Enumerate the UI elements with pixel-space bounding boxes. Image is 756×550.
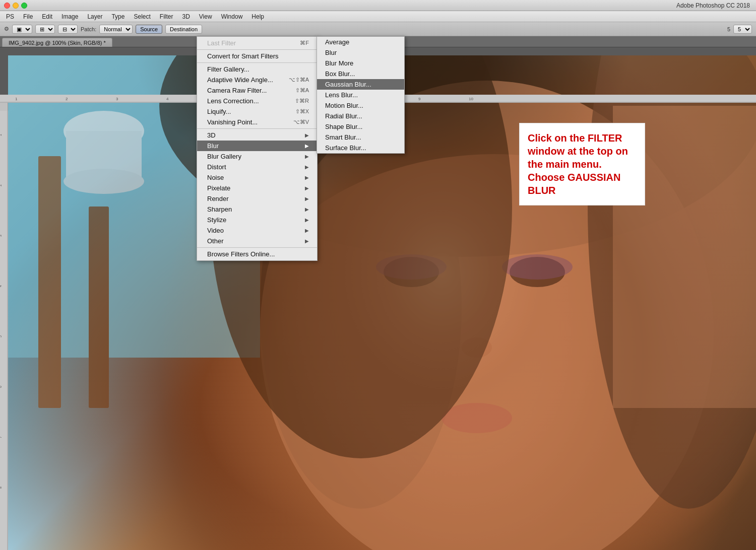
last-filter-label: Last Filter (207, 39, 236, 47)
other-item[interactable]: Other ▶ (197, 236, 317, 246)
tool-select3[interactable]: ⊟ (58, 25, 78, 34)
menubar-item-view[interactable]: View (195, 12, 216, 21)
surface-blur-item[interactable]: Surface Blur... (317, 143, 404, 153)
svg-text:7: 7 (0, 436, 2, 438)
filter-menu-section-2: Convert for Smart Filters (197, 50, 317, 63)
ruler-vertical: 1 2 3 4 5 6 7 8 (0, 103, 8, 550)
3d-item[interactable]: 3D ▶ (197, 130, 317, 141)
liquify-item[interactable]: Liquify... ⇧⌘X (197, 106, 317, 117)
menubar-item-layer[interactable]: Layer (83, 12, 106, 21)
motion-blur-item[interactable]: Motion Blur... (317, 100, 404, 111)
average-item[interactable]: Average (317, 37, 404, 47)
menubar-item-edit[interactable]: Edit (38, 12, 56, 21)
blur-item[interactable]: Blur ▶ (197, 141, 317, 151)
box-blur-item[interactable]: Box Blur... (317, 68, 404, 79)
render-label: Render (207, 195, 229, 202)
radial-blur-label: Radial Blur... (325, 112, 362, 120)
other-label: Other (207, 237, 224, 245)
last-filter-item[interactable]: Last Filter ⌘F (197, 38, 317, 48)
menubar-item-3d[interactable]: 3D (178, 12, 194, 21)
title-bar: Adobe Photoshop CC 2018 (0, 0, 756, 11)
menubar-item-help[interactable]: Help (247, 12, 268, 21)
filter-menu-section-5: Browse Filters Online... (197, 248, 317, 260)
distort-item[interactable]: Distort ▶ (197, 162, 317, 172)
pixelate-arrow-icon: ▶ (305, 185, 309, 191)
stylize-item[interactable]: Stylize ▶ (197, 215, 317, 225)
sharpen-item[interactable]: Sharpen ▶ (197, 204, 317, 215)
patch-mode-select[interactable]: Normal (99, 25, 133, 34)
app-title: Adobe Photoshop CC 2018 (676, 2, 750, 9)
menubar-item-file[interactable]: File (19, 12, 37, 21)
svg-text:5: 5 (0, 335, 2, 337)
motion-blur-label: Motion Blur... (325, 102, 363, 109)
tool-select2[interactable]: ⊞ (35, 25, 55, 34)
lens-correction-label: Lens Correction... (207, 97, 259, 105)
svg-text:4: 4 (0, 285, 2, 287)
svg-text:1: 1 (15, 97, 18, 101)
shape-blur-label: Shape Blur... (325, 123, 362, 130)
menubar-item-select[interactable]: Select (130, 12, 154, 21)
menubar-item-type[interactable]: Type (107, 12, 129, 21)
lens-correction-item[interactable]: Lens Correction... ⇧⌘R (197, 96, 317, 106)
menubar-item-filter[interactable]: Filter (156, 12, 177, 21)
noise-item[interactable]: Noise ▶ (197, 172, 317, 183)
smart-blur-item[interactable]: Smart Blur... (317, 132, 404, 143)
shape-blur-item[interactable]: Shape Blur... (317, 121, 404, 132)
browse-filters-item[interactable]: Browse Filters Online... (197, 249, 317, 259)
radial-blur-item[interactable]: Radial Blur... (317, 111, 404, 121)
vanishing-point-shortcut: ⌥⌘V (293, 119, 309, 125)
last-filter-shortcut: ⌘F (300, 40, 309, 46)
render-arrow-icon: ▶ (305, 196, 309, 201)
blur-gallery-item[interactable]: Blur Gallery ▶ (197, 151, 317, 162)
patch-label: Patch: (81, 26, 96, 32)
lens-correction-shortcut: ⇧⌘R (295, 98, 309, 104)
stylize-arrow-icon: ▶ (305, 217, 309, 223)
filter-gallery-item[interactable]: Filter Gallery... (197, 64, 317, 75)
sharpen-arrow-icon: ▶ (305, 207, 309, 212)
surface-blur-label: Surface Blur... (325, 144, 366, 152)
noise-label: Noise (207, 174, 224, 181)
vanishing-point-item[interactable]: Vanishing Point... ⌥⌘V (197, 117, 317, 127)
camera-raw-filter-item[interactable]: Camera Raw Filter... ⇧⌘A (197, 85, 317, 96)
menu-bar: PSFileEditImageLayerTypeSelectFilter3DVi… (0, 11, 756, 22)
svg-text:1: 1 (0, 134, 2, 136)
vanishing-point-label: Vanishing Point... (207, 118, 258, 126)
minimize-button[interactable] (13, 3, 19, 9)
source-button[interactable]: Source (136, 25, 162, 34)
convert-smart-filters-item[interactable]: Convert for Smart Filters (197, 51, 317, 61)
destination-button[interactable]: Destination (165, 25, 202, 34)
file-tab[interactable]: IMG_9402.jpg @ 100% (Skin, RGB/8) * (2, 38, 112, 47)
blur-sub-item[interactable]: Blur (317, 47, 404, 58)
svg-text:9: 9 (418, 97, 421, 101)
video-label: Video (207, 227, 224, 234)
svg-text:3: 3 (116, 97, 118, 101)
distort-arrow-icon: ▶ (305, 164, 309, 170)
video-item[interactable]: Video ▶ (197, 225, 317, 236)
gaussian-blur-item[interactable]: Gaussian Blur... (317, 79, 404, 90)
lens-blur-label: Lens Blur... (325, 91, 358, 99)
svg-text:6: 6 (0, 386, 2, 388)
adaptive-wide-angle-item[interactable]: Adaptive Wide Angle... ⌥⇧⌘A (197, 75, 317, 85)
lens-blur-item[interactable]: Lens Blur... (317, 90, 404, 100)
menubar-item-image[interactable]: Image (57, 12, 82, 21)
render-item[interactable]: Render ▶ (197, 193, 317, 204)
blur-more-item[interactable]: Blur More (317, 58, 404, 68)
size-select[interactable]: 5 (733, 25, 752, 34)
pixelate-item[interactable]: Pixelate ▶ (197, 183, 317, 193)
blur-sub-label: Blur (325, 49, 337, 56)
3d-arrow-icon: ▶ (305, 132, 309, 138)
liquify-shortcut: ⇧⌘X (295, 108, 309, 115)
tool-select[interactable]: ▣ ◧ (12, 25, 32, 34)
filter-gallery-label: Filter Gallery... (207, 65, 249, 73)
pixelate-label: Pixelate (207, 184, 230, 192)
menubar-item-window[interactable]: Window (217, 12, 247, 21)
ps-icon: ⚙ (4, 26, 9, 32)
maximize-button[interactable] (21, 3, 27, 9)
blur-gallery-arrow-icon: ▶ (305, 154, 309, 159)
svg-point-28 (64, 169, 144, 194)
liquify-label: Liquify... (207, 108, 231, 115)
svg-text:2: 2 (66, 97, 68, 101)
filter-menu-section-3: Filter Gallery... Adaptive Wide Angle...… (197, 63, 317, 129)
menubar-item-ps[interactable]: PS (2, 12, 18, 21)
close-button[interactable] (4, 3, 10, 9)
